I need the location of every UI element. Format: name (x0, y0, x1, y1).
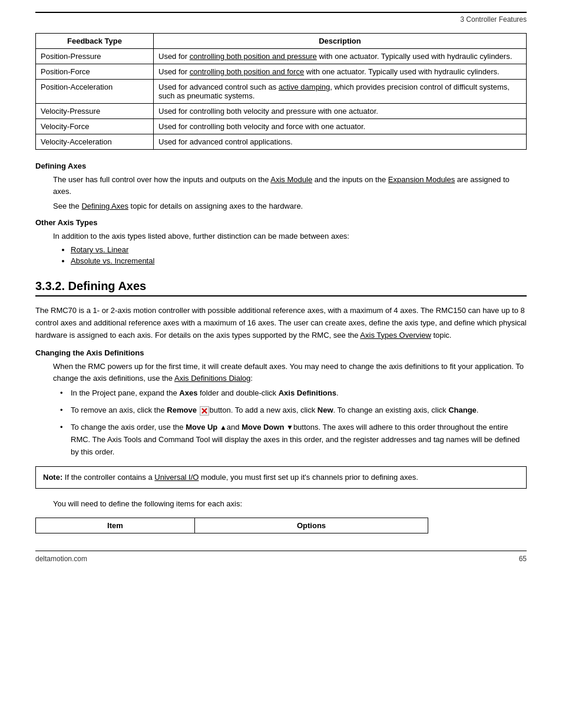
bold-remove: Remove (167, 406, 197, 414)
type-cell: Velocity-Force (36, 119, 154, 134)
link-absolute-incremental[interactable]: Absolute vs. Incremental (71, 256, 154, 265)
feedback-type-table: Feedback Type Description Position-Press… (35, 33, 527, 150)
bullet-item-3: • To change the axis order, use the Move… (71, 421, 527, 458)
table-row: Velocity-Acceleration Used for advanced … (36, 134, 527, 150)
define-items-intro: You will need to define the following it… (53, 498, 527, 510)
col-header-type: Feedback Type (36, 34, 154, 49)
bullet-symbol: • (60, 387, 63, 400)
desc-cell: Used for controlling both position and f… (154, 64, 527, 80)
changing-axis-heading: Changing the Axis Definitions (35, 348, 527, 357)
page-footer: deltamotion.com 65 (35, 551, 527, 563)
link-rotary-linear[interactable]: Rotary vs. Linear (71, 245, 128, 254)
defining-axes-para2: See the Defining Axes topic for details … (53, 200, 527, 212)
bold-move-down: Move Down (242, 423, 284, 431)
header-rule (35, 12, 527, 13)
desc-cell: Used for controlling both position and p… (154, 49, 527, 64)
note-box: Note: If the controller contains a Unive… (35, 466, 527, 489)
desc-cell: Used for advanced control applications. (154, 134, 527, 150)
chapter-header: 3 Controller Features (35, 15, 527, 24)
note-label: Note: (43, 473, 62, 482)
type-cell: Velocity-Acceleration (36, 134, 154, 150)
link-pos-pressure[interactable]: controlling both position and pressure (190, 52, 317, 61)
link-axis-def-dialog[interactable]: Axis Definitions Dialog (174, 374, 250, 383)
table-row: Velocity-Pressure Used for controlling b… (36, 104, 527, 119)
col-header-desc: Description (154, 34, 527, 49)
bullet-symbol: • (60, 421, 63, 434)
options-col-header: Options (194, 518, 428, 533)
move-down-icon: ▼ (286, 422, 293, 433)
item-options-table: Item Options (35, 518, 428, 533)
type-cell: Position-Acceleration (36, 80, 154, 104)
defining-axes-para1: The user has full control over how the i… (53, 174, 527, 197)
section-332-body: The RMC70 is a 1- or 2-axis motion contr… (35, 305, 527, 341)
desc-cell: Used for controlling both velocity and f… (154, 119, 527, 134)
bullet-item-1: • In the Project pane, expand the Axes f… (71, 387, 527, 400)
table-header-row: Feedback Type Description (36, 34, 527, 49)
link-axis-types-overview[interactable]: Axis Types Overview (360, 331, 431, 340)
link-active-damping[interactable]: active damping (279, 83, 330, 91)
page: 3 Controller Features Feedback Type Desc… (0, 0, 562, 575)
type-cell: Velocity-Pressure (36, 104, 154, 119)
footer-page-number: 65 (519, 555, 527, 563)
bullet-item-2: • To remove an axis, click the Remove bu… (71, 404, 527, 417)
table-row: Velocity-Force Used for controlling both… (36, 119, 527, 134)
bold-new: New (318, 406, 333, 414)
link-axis-module[interactable]: Axis Module (270, 175, 312, 184)
table-row: Position-Force Used for controlling both… (36, 64, 527, 80)
link-expansion-modules[interactable]: Expansion Modules (388, 175, 455, 184)
table-row: Position-Acceleration Used for advanced … (36, 80, 527, 104)
item-table-header-row: Item Options (36, 518, 428, 533)
other-axis-types-heading: Other Axis Types (35, 218, 527, 227)
bold-move-up: Move Up (186, 423, 217, 431)
bold-axis-definitions: Axis Definitions (279, 388, 336, 397)
link-pos-force[interactable]: controlling both position and force (190, 67, 304, 76)
desc-cell: Used for controlling both velocity and p… (154, 104, 527, 119)
footer-website: deltamotion.com (35, 555, 87, 563)
defining-axes-heading: Defining Axes (35, 162, 527, 170)
link-defining-axes[interactable]: Defining Axes (81, 202, 128, 210)
changing-axis-intro: When the RMC powers up for the first tim… (53, 361, 527, 384)
bold-change: Change (448, 406, 477, 414)
table-row: Position-Pressure Used for controlling b… (36, 49, 527, 64)
type-cell: Position-Pressure (36, 49, 154, 64)
list-item: Absolute vs. Incremental (71, 256, 527, 265)
item-col-header: Item (36, 518, 195, 533)
link-universal-io[interactable]: Universal I/O (154, 473, 199, 482)
move-up-icon: ▲ (220, 422, 227, 433)
other-axis-types-list: Rotary vs. Linear Absolute vs. Increment… (71, 245, 527, 265)
section-332-heading: 3.3.2. Defining Axes (35, 279, 527, 297)
bullet-symbol: • (60, 404, 63, 417)
list-item: Rotary vs. Linear (71, 245, 527, 254)
remove-icon (200, 406, 209, 416)
other-axis-types-intro: In addition to the axis types listed abo… (53, 230, 527, 242)
bold-axes: Axes (179, 388, 197, 397)
desc-cell: Used for advanced control such as active… (154, 80, 527, 104)
type-cell: Position-Force (36, 64, 154, 80)
